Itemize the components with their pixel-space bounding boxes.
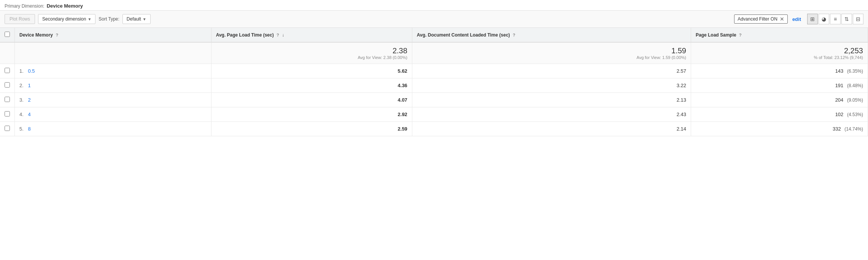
header-avg-doc-content-label: Avg. Document Content Loaded Time (sec) <box>417 32 510 38</box>
toolbar: Plot Rows Secondary dimension ▼ Sort Typ… <box>0 11 868 28</box>
row-avg-doc-content-value: 2.14 <box>677 126 686 132</box>
row-checkbox-cell <box>0 122 15 136</box>
row-page-load-sample-cell: 143 (6.35%) <box>691 64 868 78</box>
list-view-button[interactable]: ≡ <box>830 14 841 24</box>
row-avg-doc-content-cell: 2.13 <box>412 93 691 107</box>
row-page-load-sample-value: 143 <box>835 68 844 74</box>
row-dim-cell: 4. 4 <box>15 107 211 122</box>
row-avg-doc-content-cell: 2.57 <box>412 64 691 78</box>
select-all-checkbox[interactable] <box>5 32 10 37</box>
row-dim-cell: 2. 1 <box>15 78 211 93</box>
row-checkbox[interactable] <box>5 82 10 88</box>
table-row: 5. 8 2.59 2.14 332 (14.74%) <box>0 122 868 136</box>
edit-filter-link[interactable]: edit <box>792 16 801 22</box>
row-page-load-sample-value: 332 <box>833 126 841 132</box>
table-view-button[interactable]: ⊞ <box>807 14 818 24</box>
summary-avg-page-load-value: 2.38 <box>216 46 407 55</box>
row-page-load-sample-pct: (9.05%) <box>847 97 863 103</box>
row-checkbox[interactable] <box>5 97 10 102</box>
table-row: 1. 0.5 5.62 2.57 143 (6.35%) <box>0 64 868 78</box>
summary-dim-cell <box>15 42 211 64</box>
secondary-dimension-dropdown[interactable]: Secondary dimension ▼ <box>38 14 95 24</box>
summary-avg-page-load-cell: 2.38 Avg for View: 2.38 (0.00%) <box>211 42 412 64</box>
primary-dim-value: Device Memory <box>47 3 83 9</box>
row-avg-page-load-cell: 2.92 <box>211 107 412 122</box>
row-avg-page-load-value: 4.07 <box>398 97 407 103</box>
sort-type-caret-icon: ▼ <box>143 17 146 21</box>
header-avg-page-load: Avg. Page Load Time (sec) ? ↓ <box>211 28 412 42</box>
row-avg-doc-content-value: 2.13 <box>677 97 686 103</box>
summary-page-load-sample-cell: 2,253 % of Total: 23.12% (9,744) <box>691 42 868 64</box>
sort-type-dropdown[interactable]: Default ▼ <box>122 14 151 24</box>
row-checkbox-cell <box>0 64 15 78</box>
row-dim-link[interactable]: 2 <box>28 97 30 103</box>
device-memory-help-icon[interactable]: ? <box>56 33 58 37</box>
header-avg-page-load-label: Avg. Page Load Time (sec) <box>216 32 274 38</box>
summary-avg-page-load-sub: Avg for View: 2.38 (0.00%) <box>216 55 407 60</box>
sort-type-value: Default <box>127 16 141 22</box>
row-page-load-sample-cell: 102 (4.53%) <box>691 107 868 122</box>
filter-value-text: Advanced Filter ON <box>738 16 777 22</box>
row-avg-page-load-value: 2.92 <box>398 112 407 117</box>
row-avg-doc-content-cell: 2.43 <box>412 107 691 122</box>
avg-doc-content-help-icon[interactable]: ? <box>513 33 515 37</box>
row-avg-doc-content-cell: 2.14 <box>412 122 691 136</box>
row-number: 2. <box>19 83 24 88</box>
header-checkbox-cell <box>0 28 15 42</box>
view-icons-group: ⊞ ◕ ≡ ⇅ ⊟ <box>807 14 863 24</box>
primary-dim-label: Primary Dimension: <box>5 3 45 9</box>
row-avg-page-load-value: 4.36 <box>398 83 407 88</box>
advanced-filter-input[interactable]: Advanced Filter ON ✕ <box>734 14 788 24</box>
row-dim-link[interactable]: 0.5 <box>28 68 35 74</box>
header-page-load-sample: Page Load Sample ? <box>691 28 868 42</box>
table-header-row: Device Memory ? Avg. Page Load Time (sec… <box>0 28 868 42</box>
row-checkbox[interactable] <box>5 126 10 131</box>
row-number: 3. <box>19 97 24 103</box>
header-page-load-sample-label: Page Load Sample <box>696 32 736 38</box>
row-avg-page-load-value: 2.59 <box>398 126 407 132</box>
header-device-memory: Device Memory ? <box>15 28 211 42</box>
row-avg-doc-content-cell: 3.22 <box>412 78 691 93</box>
pivot-view-button[interactable]: ⊟ <box>853 14 863 24</box>
row-checkbox[interactable] <box>5 68 10 73</box>
row-page-load-sample-pct: (6.35%) <box>847 69 863 74</box>
row-dim-link[interactable]: 8 <box>28 126 30 132</box>
compare-view-button[interactable]: ⇅ <box>841 14 852 24</box>
row-page-load-sample-pct: (8.48%) <box>847 83 863 88</box>
sort-type-label: Sort Type: <box>99 16 119 22</box>
page-load-sample-help-icon[interactable]: ? <box>739 33 742 37</box>
row-dim-link[interactable]: 4 <box>28 112 30 117</box>
table-row: 4. 4 2.92 2.43 102 (4.53%) <box>0 107 868 122</box>
row-page-load-sample-value: 191 <box>835 83 844 88</box>
row-dim-link[interactable]: 1 <box>28 83 30 88</box>
summary-avg-doc-content-sub: Avg for View: 1.59 (0.00%) <box>417 55 686 60</box>
header-device-memory-label: Device Memory <box>19 32 53 38</box>
data-table: Device Memory ? Avg. Page Load Time (sec… <box>0 28 868 136</box>
plot-rows-button[interactable]: Plot Rows <box>5 14 35 24</box>
row-avg-page-load-cell: 2.59 <box>211 122 412 136</box>
row-avg-doc-content-value: 3.22 <box>677 83 686 88</box>
row-page-load-sample-pct: (4.53%) <box>847 112 863 117</box>
row-page-load-sample-cell: 332 (14.74%) <box>691 122 868 136</box>
table-row: 3. 2 4.07 2.13 204 (9.05%) <box>0 93 868 107</box>
row-page-load-sample-value: 102 <box>835 112 844 117</box>
summary-avg-doc-content-cell: 1.59 Avg for View: 1.59 (0.00%) <box>412 42 691 64</box>
avg-page-load-help-icon[interactable]: ? <box>277 33 279 37</box>
row-checkbox[interactable] <box>5 111 10 116</box>
row-dim-cell: 1. 0.5 <box>15 64 211 78</box>
row-page-load-sample-value: 204 <box>835 97 844 103</box>
summary-checkbox-cell <box>0 42 15 64</box>
pie-view-button[interactable]: ◕ <box>819 14 829 24</box>
row-dim-cell: 5. 8 <box>15 122 211 136</box>
row-checkbox-cell <box>0 107 15 122</box>
secondary-dimension-label: Secondary dimension <box>42 16 86 22</box>
top-bar: Primary Dimension: Device Memory <box>0 0 868 11</box>
row-avg-page-load-cell: 4.07 <box>211 93 412 107</box>
filter-clear-button[interactable]: ✕ <box>780 16 784 22</box>
row-avg-page-load-cell: 4.36 <box>211 78 412 93</box>
row-page-load-sample-cell: 204 (9.05%) <box>691 93 868 107</box>
row-checkbox-cell <box>0 78 15 93</box>
secondary-dim-caret-icon: ▼ <box>87 17 91 21</box>
row-number: 4. <box>19 112 24 117</box>
avg-page-load-sort-icon[interactable]: ↓ <box>282 32 284 38</box>
